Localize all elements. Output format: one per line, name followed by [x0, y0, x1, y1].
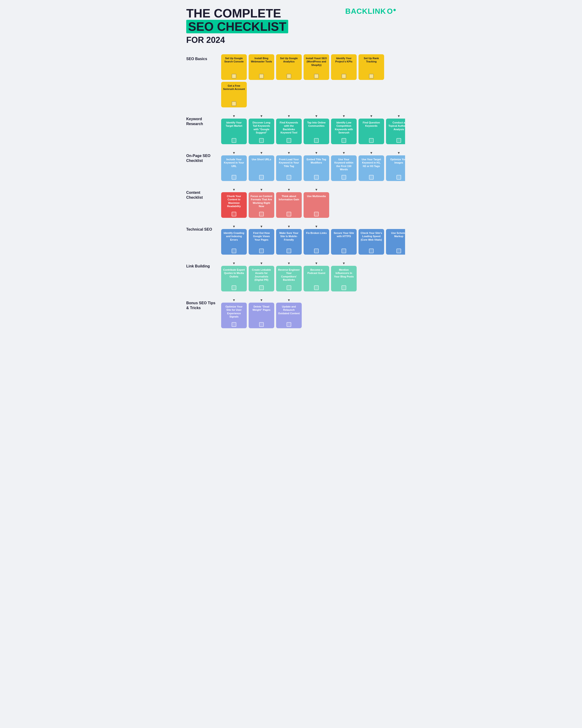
card-checkbox[interactable]	[259, 74, 264, 79]
arrow-spacer: ▼	[221, 188, 247, 191]
checklist-card: Reverse Engineer Your Competitors' Backl…	[276, 266, 302, 291]
checklist-card: Think about Information Gain	[276, 192, 302, 218]
card-checkbox[interactable]	[286, 212, 291, 216]
card-checkbox[interactable]	[286, 322, 291, 327]
card-label: Discover Long Tail Keywords with "Google…	[250, 121, 272, 137]
cards-grid-keyword-research: Identify Your Target MarketDiscover Long…	[221, 119, 405, 144]
down-arrow-icon: ▼	[370, 151, 373, 154]
checklist-card: Find Question Keywords	[359, 119, 384, 144]
logo-o: O	[387, 7, 393, 16]
arrow-spacer: ▼	[304, 225, 329, 228]
sections-container: SEO BasicsSet Up Google Search ConsoleIn…	[186, 54, 396, 328]
card-label: Secure Your Site with HTTPS	[333, 231, 355, 247]
card-checkbox[interactable]	[369, 138, 373, 143]
card-checkbox[interactable]	[259, 322, 264, 327]
card-checkbox[interactable]	[232, 74, 236, 79]
card-checkbox[interactable]	[259, 175, 264, 180]
card-checkbox[interactable]	[232, 212, 236, 216]
title-block: THE COMPLETE SEO CHECKLIST FOR 2024	[186, 7, 288, 45]
card-checkbox[interactable]	[396, 175, 401, 180]
checklist-card: Set Up Rank Tracking	[359, 54, 384, 80]
checklist-card: Optimize Your Images	[386, 155, 405, 181]
card-checkbox[interactable]	[341, 74, 346, 79]
section-keyword-research: Keyword Research▼▼▼▼▼▼▼Identify Your Tar…	[186, 114, 396, 144]
card-checkbox[interactable]	[314, 249, 319, 253]
card-checkbox[interactable]	[341, 175, 346, 180]
card-checkbox[interactable]	[232, 249, 236, 253]
card-checkbox[interactable]	[286, 249, 291, 253]
card-label: Reverse Engineer Your Competitors' Backl…	[278, 268, 300, 284]
card-checkbox[interactable]	[314, 175, 319, 180]
logo-circle	[393, 9, 396, 11]
section-label-content-checklist: Content Checklist	[186, 188, 217, 200]
card-checkbox[interactable]	[314, 285, 319, 290]
card-checkbox[interactable]	[341, 138, 346, 143]
card-checkbox[interactable]	[314, 138, 319, 143]
checklist-card: Include Your Keyword in Your URL	[221, 155, 247, 181]
card-label: Make Sure Your Site Is Mobile-Friendly	[278, 231, 300, 247]
down-arrow-icon: ▼	[342, 151, 345, 154]
section-label-on-page-seo: On-Page SEO Checklist	[186, 151, 217, 163]
card-label: Embed Title Tag Modifiers	[305, 158, 327, 174]
card-checkbox[interactable]	[286, 138, 291, 143]
checklist-card: Install Bing Webmaster Tools	[249, 54, 274, 80]
card-checkbox[interactable]	[259, 138, 264, 143]
card-label: Identify Your Project's KPIs	[333, 57, 355, 73]
section-label-keyword-research: Keyword Research	[186, 114, 217, 127]
card-label: Tap Into Online Communities	[305, 121, 327, 137]
card-checkbox[interactable]	[286, 175, 291, 180]
section-bonus-seo: Bonus SEO Tips & Tricks▼▼▼Optimize Your …	[186, 298, 396, 328]
card-checkbox[interactable]	[369, 249, 373, 253]
cards-area-technical-seo: ▼▼▼▼Identify Crawling and Indexing Error…	[221, 225, 405, 255]
card-label: Identify Your Target Market	[223, 121, 245, 137]
checklist-card: Mention Influencers In Your Blog Posts	[331, 266, 357, 291]
card-label: Include Your Keyword in Your URL	[223, 158, 245, 174]
cards-grid-link-building: Contribute Expert Quotes to Media Outlet…	[221, 266, 396, 291]
card-checkbox[interactable]	[396, 138, 401, 143]
arrow-spacer: ▼	[249, 151, 274, 154]
card-checkbox[interactable]	[286, 74, 291, 79]
down-arrow-icon: ▼	[397, 151, 400, 154]
title-highlight: SEO CHECKLIST	[186, 20, 288, 33]
down-arrow-icon: ▼	[315, 188, 318, 191]
cards-area-link-building: ▼▼▼▼▼Contribute Expert Quotes to Media O…	[221, 262, 396, 291]
checklist-card: Find Out How Google Views Your Pages	[249, 229, 274, 255]
arrow-row-bonus-seo: ▼▼▼	[221, 298, 396, 302]
card-checkbox[interactable]	[232, 175, 236, 180]
card-checkbox[interactable]	[259, 285, 264, 290]
card-checkbox[interactable]	[286, 285, 291, 290]
arrow-row-link-building: ▼▼▼▼▼	[221, 262, 396, 265]
card-checkbox[interactable]	[232, 285, 236, 290]
card-label: Conduct a Topical Authority Analysis	[388, 121, 405, 137]
card-checkbox[interactable]	[369, 74, 373, 79]
checklist-card: Install Yoast SEO (WordPress and Shopify…	[304, 54, 329, 80]
card-label: Optimize Your Images	[388, 158, 405, 174]
card-checkbox[interactable]	[259, 249, 264, 253]
down-arrow-icon: ▼	[260, 151, 263, 154]
card-checkbox[interactable]	[341, 285, 346, 290]
card-checkbox[interactable]	[396, 249, 401, 253]
card-checkbox[interactable]	[341, 249, 346, 253]
arrow-spacer: ▼	[249, 298, 274, 302]
card-checkbox[interactable]	[232, 138, 236, 143]
card-label: Find Keywords with the Backlinko Keyword…	[278, 121, 300, 137]
card-label: Fix Broken Links	[306, 231, 327, 247]
down-arrow-icon: ▼	[315, 114, 318, 118]
arrow-spacer	[386, 225, 405, 228]
section-technical-seo: Technical SEO▼▼▼▼Identify Crawling and I…	[186, 225, 396, 255]
checklist-card: Conduct a Topical Authority Analysis	[386, 119, 405, 144]
arrow-spacer: ▼	[249, 262, 274, 265]
checklist-card: Use Your Keyword within the First 150 Wo…	[331, 155, 357, 181]
checklist-card: Make Sure Your Site Is Mobile-Friendly	[276, 229, 302, 255]
checklist-card: Identify Your Target Market	[221, 119, 247, 144]
section-seo-basics: SEO BasicsSet Up Google Search ConsoleIn…	[186, 54, 396, 107]
card-checkbox[interactable]	[314, 74, 319, 79]
checklist-card: Contribute Expert Quotes to Media Outlet…	[221, 266, 247, 291]
checklist-card: Delete "Dead Weight" Pages	[249, 303, 274, 328]
card-checkbox[interactable]	[369, 175, 373, 180]
card-checkbox[interactable]	[232, 101, 236, 106]
card-checkbox[interactable]	[232, 322, 236, 327]
card-checkbox[interactable]	[314, 212, 319, 216]
card-label: Create Linkable Assets for Journalists (…	[250, 268, 272, 284]
card-checkbox[interactable]	[259, 212, 264, 216]
